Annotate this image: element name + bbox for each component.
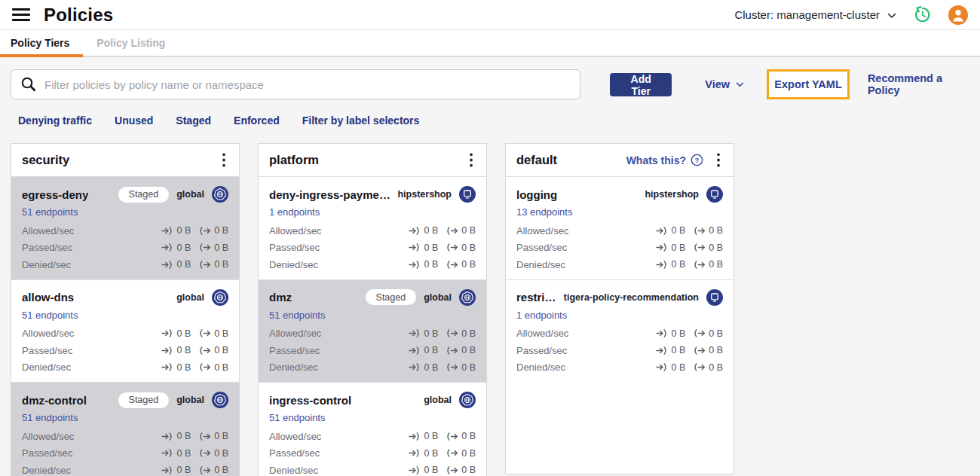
metric-label: Passed/sec [22,242,72,253]
egress-arrow-icon [199,432,210,441]
egress-arrow-icon [199,227,210,235]
ingress-arrow-icon [161,466,173,474]
ingress-arrow-icon [656,363,667,371]
policy-card-dmz[interactable]: dmzStagedglobal51 endpointsAllowed/sec0 … [259,279,486,383]
filter-denying-traffic[interactable]: Denying traffic [18,114,92,127]
namespaced-policy-icon [459,186,476,203]
endpoints-link[interactable]: 13 endpoints [516,206,572,218]
ingress-arrow-icon [409,329,420,337]
cluster-selector[interactable]: Cluster: management-cluster [734,8,896,21]
filter-staged[interactable]: Staged [176,114,211,127]
ingress-metric: 0 B [161,328,191,339]
egress-metric: 0 B [446,465,476,475]
hamburger-menu-icon[interactable] [12,8,30,21]
history-button[interactable] [913,5,932,24]
policy-card-allow-dns[interactable]: allow-dnsglobal51 endpointsAllowed/sec0 … [11,279,239,383]
view-dropdown[interactable]: View [705,78,744,90]
metric-label: Passed/sec [516,242,567,253]
ingress-arrow-icon [409,363,420,371]
policy-scope-label: hipstershop [397,189,452,200]
policy-card-deny-ingress-paymentservi[interactable]: deny-ingress-paymentservi…hipstershop1 e… [259,177,486,279]
tab-policy-listing[interactable]: Policy Listing [83,30,179,56]
metric-label: Passed/sec [22,345,72,356]
policy-search-input[interactable] [44,78,571,91]
filter-enforced[interactable]: Enforced [234,114,280,127]
policy-name: allow-dns [22,291,74,304]
metric-label: Passed/sec [269,447,320,459]
endpoints-link[interactable]: 51 endpoints [22,206,78,218]
ingress-arrow-icon [161,329,173,337]
policies-page: Policies Cluster: management-cluster [0,0,980,476]
egress-metric: 0 B [694,328,723,339]
egress-arrow-icon [694,329,705,337]
tier-header: defaultWhats this?? [506,144,733,177]
metric-row: Allowed/sec0 B0 B [22,325,228,343]
egress-metric: 0 B [446,345,476,355]
policy-name: egress-deny [22,188,88,201]
namespaced-policy-icon [706,186,723,203]
ingress-metric: 0 B [409,345,438,355]
user-avatar[interactable] [948,5,968,25]
tier-name: platform [269,153,319,167]
metric-row: Denied/sec0 B0 B [269,256,476,273]
tier-header: platform [259,144,486,177]
policy-scope-label: global [176,189,204,200]
tier-actions-button[interactable] [714,151,723,169]
metric-row: Passed/sec0 B0 B [516,342,723,359]
add-tier-button[interactable]: Add Tier [610,73,672,96]
ingress-metric: 0 B [656,243,685,253]
policy-card-dmz-control[interactable]: dmz-controlStagedglobal51 endpointsAllow… [11,382,239,476]
ingress-arrow-icon [656,261,667,269]
endpoints-link[interactable]: 51 endpoints [269,412,325,423]
endpoints-link[interactable]: 1 endpoints [269,206,320,218]
egress-metric: 0 B [199,243,228,253]
metric-row: Passed/sec0 B0 B [516,240,723,257]
ingress-metric: 0 B [161,362,191,373]
policy-name: dmz-control [22,394,87,407]
ingress-arrow-icon [161,346,173,355]
ingress-arrow-icon [161,243,173,252]
endpoints-link[interactable]: 1 endpoints [516,310,567,321]
app-header: Policies Cluster: management-cluster [0,0,980,30]
egress-arrow-icon [446,466,458,474]
ingress-arrow-icon [409,346,420,355]
egress-arrow-icon [446,346,458,355]
filter-unused[interactable]: Unused [115,114,153,127]
ingress-arrow-icon [409,261,420,269]
egress-metric: 0 B [199,465,228,475]
endpoints-link[interactable]: 51 endpoints [269,310,325,321]
policy-card-ingress-control[interactable]: ingress-controlglobal51 endpointsAllowed… [259,382,486,476]
metric-row: Denied/sec0 B0 B [516,359,723,377]
policy-name: logging [516,188,557,201]
egress-arrow-icon [446,432,458,441]
ingress-arrow-icon [409,466,420,474]
egress-metric: 0 B [694,259,723,270]
endpoints-link[interactable]: 51 endpoints [22,412,78,423]
tier-actions-button[interactable] [219,151,228,169]
kebab-menu-icon [222,153,225,167]
egress-arrow-icon [199,363,210,371]
egress-metric: 0 B [446,431,476,441]
metric-row: Passed/sec0 B0 B [269,240,476,257]
export-yaml-button[interactable]: Export YAML [767,69,850,99]
egress-arrow-icon [446,449,458,457]
global-policy-icon [459,392,476,408]
policy-card-logging[interactable]: logginghipstershop13 endpointsAllowed/se… [506,177,733,279]
metric-label: Passed/sec [22,447,72,459]
global-policy-icon [212,186,228,203]
tab-policy-tiers[interactable]: Policy Tiers [0,30,83,56]
filter-by-label-selectors[interactable]: Filter by label selectors [302,114,420,127]
endpoints-link[interactable]: 51 endpoints [22,310,78,321]
egress-arrow-icon [694,243,705,252]
whats-this-link[interactable]: Whats this?? [626,154,703,166]
policy-card-restricted[interactable]: restrictedtigera-policy-recommendation1 … [506,279,733,383]
metric-row: Denied/sec0 B0 B [22,359,228,377]
ingress-metric: 0 B [656,362,685,373]
metric-label: Allowed/sec [22,431,74,442]
recommend-policy-button[interactable]: Recommend a Policy [868,72,969,96]
policy-scope-label: global [176,395,204,405]
egress-arrow-icon [199,329,210,337]
metric-row: Passed/sec0 B0 B [22,342,228,359]
policy-card-egress-deny[interactable]: egress-denyStagedglobal51 endpointsAllow… [11,177,239,279]
tier-actions-button[interactable] [467,151,476,169]
